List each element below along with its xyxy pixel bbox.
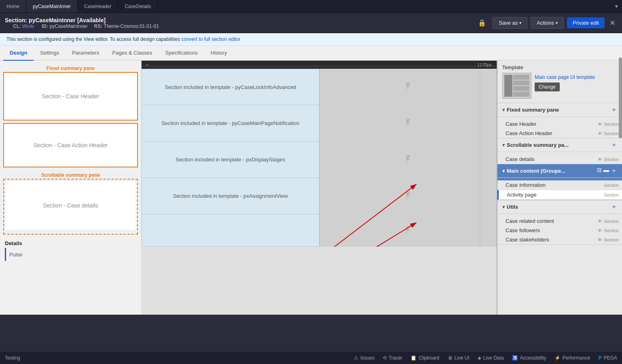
fixed-summary-add[interactable]: ＋ [611,106,617,114]
right-fixed-summary-section: ▾ Fixed summary pane ＋ Case Header 👁 Sec… [497,103,622,138]
template-thumbnail [502,73,531,99]
center-sections: Section included in template - pyCaseLoc… [142,69,497,247]
scrollable-summary-items: Case details 👁 Section [497,154,622,164]
top-tab-bar: Home pyCaseMainInner CaseHeader CaseDeta… [0,0,622,13]
cl-label: CL: Work- [13,23,35,29]
id-label: ID: pyCaseMainInner [42,23,87,29]
utils-toggle[interactable]: ▾ [502,204,505,210]
ruler-px: 1170px [477,62,492,67]
case-followers-item[interactable]: Case followers 👁 Section [497,226,622,235]
right-scrollable-summary-section: ▾ Scrollable summary pa... ＋ Case detail… [497,138,622,164]
status-accessibility[interactable]: ♿ Accessibility [512,355,546,361]
case-action-header-item[interactable]: Case Action Header 👁 Section [497,129,622,138]
main-content-header: ▾ Main content (Groupe... ⊟ ▬ ＋ [497,164,622,178]
case-action-header-section-box[interactable]: Section - Case Action Header [3,123,138,167]
status-issues[interactable]: ⚠ Issues [354,355,374,361]
accessibility-icon: ♿ [512,355,518,361]
details-section: Details Pulse [3,237,138,264]
tab-home[interactable]: Home [0,0,26,13]
live-data-icon: ◈ [478,355,481,361]
tracer-icon: ⟲ [383,355,387,361]
case-details-section-box[interactable]: Section - Case details [6,181,135,230]
eye-icon-stakeholders: 👁 [598,237,602,242]
status-clipboard[interactable]: 📋 Clipboard [410,355,439,361]
case-details-item-type: 👁 Section [598,157,619,162]
main-content-add[interactable]: ＋ [611,167,617,175]
case-action-header-item-label: Case Action Header [506,130,598,136]
case-information-item-type: Section [604,183,619,188]
tab-caseheader[interactable]: CaseHeader [78,0,118,13]
utils-header: ▾ Utils ＋ [497,200,622,214]
tab-settings[interactable]: Settings [34,46,66,61]
nav-tabs: Design Settings Parameters Pages & Class… [0,46,622,61]
case-related-content-label: Case related content [506,218,598,224]
activity-page-item[interactable]: Activity page Section [497,190,622,200]
utils-items: Case related content 👁 Section Case foll… [497,216,622,244]
status-performance[interactable]: ⚡ Performance [554,355,590,361]
template-link[interactable]: Main case page UI template [535,74,595,80]
close-button[interactable]: ✕ [608,19,617,28]
tab-parameters[interactable]: Parameters [66,46,106,61]
save-as-button[interactable]: Save as ▾ [493,17,527,29]
main-content-toggle[interactable]: ▾ [502,168,505,174]
scrollable-summary-toggle[interactable]: ▾ [502,142,505,148]
template-section-2: Section included in template - pyCaseMai… [142,105,319,142]
header-actions: 🔒 Save as ▾ Actions ▾ Private edit ✕ [478,17,617,29]
ruler: 1170px ← [142,61,497,69]
saveas-chevron: ▾ [519,21,521,25]
center-row-2: Section included in template - pyCaseMai… [142,105,497,142]
status-pega[interactable]: P PEGA [599,355,617,361]
collapse-left-arrow[interactable]: ← [145,61,150,68]
case-information-item[interactable]: Case Information Section [497,180,622,190]
tab-history[interactable]: History [204,46,233,61]
fixed-summary-toggle[interactable]: ▾ [502,107,505,113]
case-followers-type: 👁 Section [598,228,619,233]
pulse-label: Pulse [9,252,23,258]
header-bar: Section: pyCaseMainInner [Available] CL:… [0,13,622,33]
center-scrollbar[interactable] [478,69,481,247]
main-content-icon1[interactable]: ⊟ [597,167,602,175]
actions-button[interactable]: Actions ▾ [531,17,564,29]
tab-pages-classes[interactable]: Pages & Classes [106,46,159,61]
template-block: Template Main case page UI template Chan… [497,61,622,103]
tab-design[interactable]: Design [3,46,34,61]
fixed-summary-label: Fixed summary pane [3,64,138,72]
right-utils-section: ▾ Utils ＋ Case related content 👁 Section… [497,200,622,245]
template-section-4: Section included in template - pxAssignm… [142,178,319,214]
main-content-icon2[interactable]: ▬ [603,167,609,175]
eye-icon-followers: 👁 [598,228,602,233]
center-row-3: Section included in template - pxDisplay… [142,142,497,178]
tab-casedetails[interactable]: CaseDetails [118,0,158,13]
tab-pycasemaininner[interactable]: pyCaseMainInner [26,0,78,13]
case-related-content-item[interactable]: Case related content 👁 Section [497,216,622,226]
case-header-item-label: Case Header [506,121,598,127]
case-stakeholders-item[interactable]: Case stakeholders 👁 Section [497,235,622,244]
case-header-item[interactable]: Case Header 👁 Section [497,119,622,129]
case-details-item[interactable]: Case details 👁 Section [497,154,622,164]
change-template-button[interactable]: Change [535,83,560,91]
right-panel-scrollbar[interactable] [619,61,622,138]
right-main-content-section: ▾ Main content (Groupe... ⊟ ▬ ＋ Case Inf… [497,164,622,200]
eye-icon-related: 👁 [598,219,602,224]
utils-add[interactable]: ＋ [611,203,617,211]
center-row-1: Section included in template - pyCaseLoc… [142,69,497,105]
status-live-data[interactable]: ◈ Live Data [478,355,504,361]
tab-overflow-arrow[interactable]: ▾ [611,0,622,13]
private-edit-button[interactable]: Private edit [567,17,605,28]
case-related-content-type: 👁 Section [598,219,619,224]
case-header-section-box[interactable]: Section - Case Header [3,72,138,121]
eye-icon-case-details: 👁 [598,157,602,162]
eye-icon-case-header: 👁 [598,122,602,127]
convert-link[interactable]: convert to full section editor [181,36,240,42]
tab-specifications[interactable]: Specifications [159,46,204,61]
status-live-ui[interactable]: 🖥 Live UI [448,355,470,361]
pega-icon: P [599,355,602,361]
case-followers-label: Case followers [506,227,598,233]
scrollable-summary-label: Scrollable summary pane [3,170,138,179]
status-tracer[interactable]: ⟲ Tracer [383,355,402,361]
status-bar: Testing ⚠ Issues ⟲ Tracer 📋 Clipboard 🖥 … [0,352,622,364]
lock-icon[interactable]: 🔒 [478,19,486,27]
case-details-section-label: Section - Case details [43,202,98,209]
scrollable-summary-add[interactable]: ＋ [611,141,617,149]
scrollable-summary-title: Scrollable summary pa... [507,142,609,148]
